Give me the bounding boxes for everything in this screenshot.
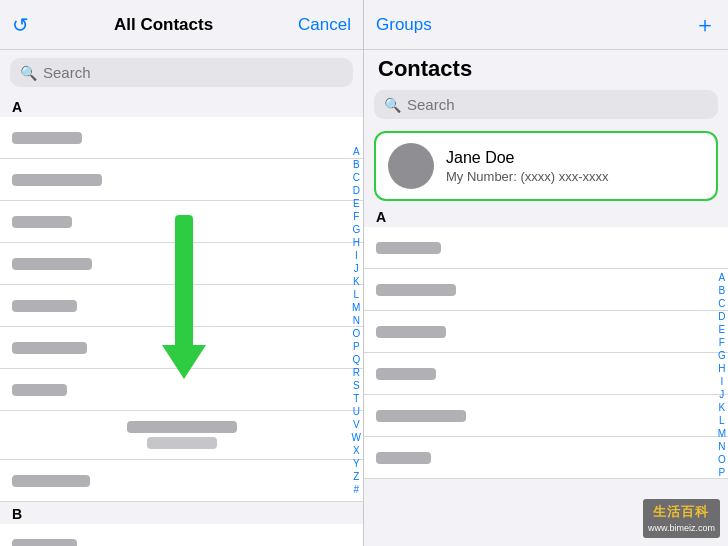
contact-name-blur: [12, 475, 90, 487]
watermark-url: www.bimeiz.com: [648, 522, 715, 536]
right-search-bar: 🔍: [364, 86, 728, 127]
right-contacts-list: A A B C D E F G H I J K: [364, 205, 728, 546]
alpha-a[interactable]: A: [353, 146, 360, 158]
alpha-c[interactable]: C: [353, 172, 360, 184]
add-contact-button[interactable]: ＋: [694, 10, 716, 40]
table-row[interactable]: [364, 437, 728, 479]
alpha-e[interactable]: E: [353, 198, 360, 210]
contact-name-blur: [12, 300, 77, 312]
alpha-hash[interactable]: #: [353, 484, 359, 496]
alpha-j[interactable]: J: [719, 389, 724, 401]
table-row[interactable]: [0, 285, 363, 327]
groups-button[interactable]: Groups: [376, 15, 432, 35]
alpha-z[interactable]: Z: [353, 471, 359, 483]
contact-name-blur: [376, 410, 466, 422]
contact-name-blur: [376, 452, 431, 464]
left-alpha-index[interactable]: A B C D E F G H I J K L M N O P Q R S T …: [352, 95, 361, 546]
left-section-a: A: [0, 95, 363, 117]
contact-name-blur: [12, 174, 102, 186]
table-row[interactable]: [364, 311, 728, 353]
alpha-t[interactable]: T: [353, 393, 359, 405]
alpha-a[interactable]: A: [718, 272, 725, 284]
alpha-h[interactable]: H: [353, 237, 360, 249]
alpha-j[interactable]: J: [354, 263, 359, 275]
alpha-l[interactable]: L: [719, 415, 725, 427]
table-row[interactable]: [364, 353, 728, 395]
left-section-b: B: [0, 502, 363, 524]
contact-name-blur: [12, 342, 87, 354]
alpha-p[interactable]: P: [353, 341, 360, 353]
left-title: All Contacts: [114, 15, 213, 35]
right-alpha-index[interactable]: A B C D E F G H I J K L M N O P: [718, 205, 726, 546]
right-search-input[interactable]: [407, 96, 708, 113]
table-row[interactable]: [364, 269, 728, 311]
left-panel: ↺ All Contacts Cancel 🔍 A: [0, 0, 364, 546]
contact-name-blur: [12, 539, 77, 547]
alpha-d[interactable]: D: [353, 185, 360, 197]
right-search-wrapper[interactable]: 🔍: [374, 90, 718, 119]
table-row[interactable]: [364, 395, 728, 437]
alpha-v[interactable]: V: [353, 419, 360, 431]
refresh-icon[interactable]: ↺: [12, 13, 29, 37]
table-row[interactable]: [0, 524, 363, 546]
alpha-k[interactable]: K: [353, 276, 360, 288]
table-row[interactable]: [0, 460, 363, 502]
alpha-n[interactable]: N: [718, 441, 725, 453]
alpha-c[interactable]: C: [718, 298, 725, 310]
alpha-p[interactable]: P: [718, 467, 725, 479]
right-panel: Groups ＋ Contacts 🔍 Jane Doe My Number: …: [364, 0, 728, 546]
alpha-g[interactable]: G: [352, 224, 360, 236]
table-row[interactable]: [364, 227, 728, 269]
alpha-s[interactable]: S: [353, 380, 360, 392]
watermark-chars: 生活百科: [648, 502, 715, 522]
alpha-y[interactable]: Y: [353, 458, 360, 470]
alpha-d[interactable]: D: [718, 311, 725, 323]
alpha-r[interactable]: R: [353, 367, 360, 379]
alpha-e[interactable]: E: [718, 324, 725, 336]
left-nav-bar: ↺ All Contacts Cancel: [0, 0, 363, 50]
table-row[interactable]: [0, 243, 363, 285]
alpha-i[interactable]: I: [720, 376, 723, 388]
table-row[interactable]: [0, 369, 363, 411]
contact-name-blur: [12, 216, 72, 228]
alpha-x[interactable]: X: [353, 445, 360, 457]
contact-name-blur: [376, 326, 446, 338]
contact-name-blur: [12, 258, 92, 270]
contact-name-blur: [12, 132, 82, 144]
alpha-f[interactable]: F: [719, 337, 725, 349]
alpha-g[interactable]: G: [718, 350, 726, 362]
my-card[interactable]: Jane Doe My Number: (xxxx) xxx-xxxx: [374, 131, 718, 201]
contact-name-blur: [376, 284, 456, 296]
table-row[interactable]: [0, 159, 363, 201]
alpha-h[interactable]: H: [718, 363, 725, 375]
alpha-b[interactable]: B: [353, 159, 360, 171]
cancel-button[interactable]: Cancel: [298, 15, 351, 35]
alpha-o[interactable]: O: [352, 328, 360, 340]
contact-name-blur: [127, 421, 237, 433]
alpha-f[interactable]: F: [353, 211, 359, 223]
alpha-n[interactable]: N: [353, 315, 360, 327]
table-row[interactable]: [0, 411, 363, 460]
alpha-u[interactable]: U: [353, 406, 360, 418]
table-row[interactable]: [0, 117, 363, 159]
alpha-b[interactable]: B: [718, 285, 725, 297]
table-row[interactable]: [0, 327, 363, 369]
contact-name-blur: [12, 384, 67, 396]
left-contacts-list: A B: [0, 95, 363, 546]
alpha-i[interactable]: I: [355, 250, 358, 262]
table-row[interactable]: [0, 201, 363, 243]
alpha-w[interactable]: W: [352, 432, 361, 444]
left-search-bar: 🔍: [0, 50, 363, 95]
alpha-m[interactable]: M: [718, 428, 726, 440]
right-title: Contacts: [364, 50, 728, 86]
avatar: [388, 143, 434, 189]
my-card-number: My Number: (xxxx) xxx-xxxx: [446, 169, 609, 184]
left-search-wrapper[interactable]: 🔍: [10, 58, 353, 87]
alpha-q[interactable]: Q: [352, 354, 360, 366]
alpha-m[interactable]: M: [352, 302, 360, 314]
contact-name-blur: [376, 368, 436, 380]
alpha-o[interactable]: O: [718, 454, 726, 466]
alpha-k[interactable]: K: [718, 402, 725, 414]
alpha-l[interactable]: L: [353, 289, 359, 301]
left-search-input[interactable]: [43, 64, 343, 81]
